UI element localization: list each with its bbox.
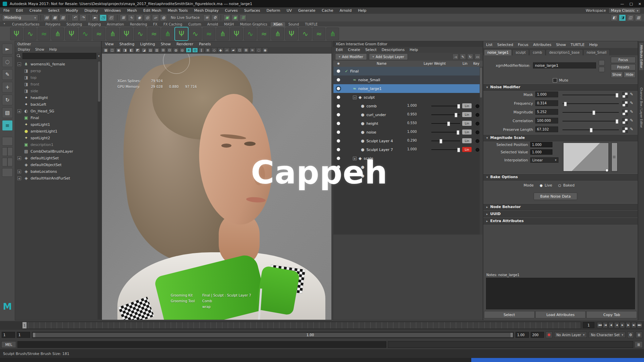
xgen-shelf-tool[interactable]: Ψ bbox=[230, 28, 243, 40]
layer-visibility-dot[interactable] bbox=[337, 139, 340, 143]
attribute-editor-footer-button[interactable]: Copy Tab bbox=[586, 311, 637, 318]
groom-layer-row[interactable]: ● height 0.550 Lin bbox=[333, 119, 480, 128]
transport-button[interactable]: ▶ bbox=[620, 322, 625, 328]
menu-item[interactable]: Help bbox=[358, 8, 366, 13]
transport-button[interactable]: ▶▶| bbox=[637, 322, 642, 328]
attribute-value-field[interactable]: 100.000 bbox=[535, 118, 558, 123]
maximize-button[interactable]: ▢ bbox=[629, 2, 633, 6]
viewport-menu-item[interactable]: Shading bbox=[119, 42, 135, 46]
bake-options-section-header[interactable]: ▾Bake Options bbox=[483, 173, 638, 180]
transport-button[interactable]: ◀ bbox=[614, 322, 619, 328]
layer-visibility-dot[interactable] bbox=[337, 104, 340, 108]
menu-item[interactable]: Mesh Display bbox=[194, 8, 219, 13]
brush-icon[interactable]: ✎ bbox=[460, 54, 466, 60]
attribute-editor-menu-item[interactable]: Attributes bbox=[533, 43, 551, 47]
outliner-item[interactable]: ◨ top bbox=[16, 74, 97, 81]
layer-weight-value[interactable]: 0.290 bbox=[407, 139, 423, 142]
shelf-tab[interactable]: Custom bbox=[185, 22, 204, 27]
open-scene-icon[interactable]: ▦ bbox=[51, 14, 58, 21]
menu-item[interactable]: Edit Mesh bbox=[143, 8, 161, 13]
shelf-tab[interactable]: XGen bbox=[271, 22, 285, 27]
script-editor-icon[interactable]: ≣ bbox=[635, 341, 643, 348]
notes-textarea[interactable] bbox=[486, 278, 635, 309]
outliner-search-input[interactable] bbox=[22, 53, 96, 59]
expression-icon[interactable]: ✎ bbox=[630, 92, 633, 97]
outliner-item[interactable]: ◈ defaultObjectSet bbox=[16, 161, 97, 168]
attribute-slider[interactable] bbox=[562, 103, 619, 104]
expression-icon[interactable]: ✎ bbox=[630, 101, 633, 105]
layer-weight-slider[interactable] bbox=[431, 114, 460, 115]
animation-start-field[interactable]: 1 bbox=[2, 332, 15, 338]
texture-map-icon[interactable] bbox=[622, 127, 628, 133]
outliner-menu-item[interactable]: Display bbox=[18, 48, 30, 51]
menu-item[interactable]: Curves bbox=[225, 8, 238, 13]
xgen-shelf-tool[interactable]: ⋔ bbox=[271, 28, 284, 40]
undo-icon[interactable]: ↶ bbox=[71, 14, 78, 21]
ipr-render-icon[interactable]: ▣ bbox=[231, 14, 238, 21]
paint-select-tool[interactable]: ✎ bbox=[2, 69, 13, 80]
viewport-toolbar-icon[interactable]: ◨ bbox=[122, 48, 128, 53]
viewport-menu-item[interactable]: Lighting bbox=[140, 42, 155, 46]
input-connections-icon[interactable]: ≡ bbox=[203, 14, 210, 21]
delete-icon[interactable]: ▭ bbox=[475, 54, 481, 60]
anim-layer-dropdown[interactable]: No Anim Layer▾ bbox=[554, 332, 587, 338]
layer-blend-mode-button[interactable]: Lin bbox=[462, 138, 472, 143]
bake-mode-option[interactable]: ○ Baked bbox=[558, 183, 575, 188]
add-sculpt-layer-button[interactable]: ▾Add Sculpt Layer bbox=[369, 53, 408, 60]
interpolation-dropdown[interactable]: Linear▾ bbox=[530, 157, 558, 163]
bake-mode-option[interactable]: ● Live bbox=[540, 183, 552, 188]
time-slider-track[interactable] bbox=[22, 322, 581, 329]
auto-keyframe-icon[interactable] bbox=[546, 331, 552, 338]
viewport-toolbar-icon[interactable]: ◪ bbox=[141, 48, 147, 53]
outliner-item[interactable]: ▣ description1 bbox=[16, 141, 97, 148]
outliner-menu-item[interactable]: Help bbox=[49, 48, 57, 51]
layout-split-left[interactable] bbox=[2, 158, 13, 166]
xgen-shelf-tool[interactable]: ⋔ bbox=[106, 28, 119, 40]
make-live-icon[interactable]: ◍ bbox=[160, 14, 167, 21]
expression-icon[interactable]: ✎ bbox=[630, 118, 633, 123]
viewport-toolbar-icon[interactable]: ▣ bbox=[116, 48, 121, 53]
snap-to-projected-center-icon[interactable]: ◎ bbox=[144, 14, 151, 21]
texture-map-icon[interactable] bbox=[622, 110, 628, 115]
expander-icon[interactable]: + bbox=[17, 176, 21, 180]
shelf-tab[interactable]: Sound bbox=[286, 22, 302, 27]
redo-icon[interactable]: ↷ bbox=[79, 14, 87, 21]
viewport-menu-item[interactable]: Show bbox=[161, 42, 171, 46]
construction-history-icon[interactable]: ⚙ bbox=[211, 14, 218, 21]
node-name-field[interactable]: noise_large1 bbox=[533, 62, 596, 68]
viewport-toolbar-icon[interactable]: ⊟ bbox=[167, 48, 172, 53]
hide-button[interactable]: Hide bbox=[624, 71, 636, 78]
layer-weight-slider[interactable] bbox=[431, 149, 460, 150]
attribute-editor-tab[interactable]: noise_large1 bbox=[484, 49, 512, 55]
layer-blend-mode-button[interactable]: Lin bbox=[462, 103, 472, 108]
attribute-editor-footer-button[interactable]: Select bbox=[484, 311, 535, 318]
groom-menu-item[interactable]: Descriptions bbox=[382, 48, 405, 52]
refresh-icon[interactable]: ↻ bbox=[467, 54, 473, 60]
lasso-tool[interactable]: ◌ bbox=[2, 56, 13, 67]
transport-button[interactable]: |◀ bbox=[603, 322, 608, 328]
groom-layer-row[interactable]: ● curl_under 0.950 Lin bbox=[333, 110, 480, 119]
playback-options-icon[interactable]: ≣ bbox=[636, 331, 642, 338]
xgen-shelf-tool[interactable]: Ψ bbox=[65, 28, 78, 40]
attribute-editor-tab[interactable]: comb bbox=[529, 49, 545, 55]
toggle-tool-settings-icon[interactable]: ◫ bbox=[627, 14, 634, 21]
shelf-tab[interactable]: FX Caching bbox=[161, 22, 185, 27]
shelf-tab[interactable]: FX bbox=[151, 22, 160, 27]
attribute-slider[interactable] bbox=[562, 112, 619, 113]
expander-icon[interactable]: + bbox=[17, 170, 21, 173]
toggle-modeling-toolkit-icon[interactable]: ◧ bbox=[611, 14, 618, 21]
transport-button[interactable]: |◀◀ bbox=[597, 322, 602, 328]
layer-blend-mode-button[interactable]: Lin bbox=[462, 130, 472, 135]
xgen-shelf-tool[interactable]: Ψ bbox=[120, 28, 133, 40]
menu-item[interactable]: Deform bbox=[266, 8, 280, 13]
shelf-tab[interactable]: Rendering bbox=[127, 22, 150, 27]
expander-icon[interactable]: + bbox=[17, 156, 21, 160]
menu-item[interactable]: Cache bbox=[322, 8, 333, 13]
select-tool[interactable]: ► bbox=[2, 44, 13, 54]
layer-weight-value[interactable]: 1.000 bbox=[407, 130, 423, 134]
add-modifier-button[interactable]: ▾Add Modifier bbox=[335, 53, 367, 60]
groom-layer-row[interactable]: ● Sculpt Layer 4 0.290 Lin bbox=[333, 137, 480, 145]
expression-icon[interactable]: ✎ bbox=[630, 109, 633, 114]
attribute-value-field[interactable]: 5.252 bbox=[535, 109, 558, 115]
transport-button[interactable]: |▶ bbox=[626, 322, 631, 328]
